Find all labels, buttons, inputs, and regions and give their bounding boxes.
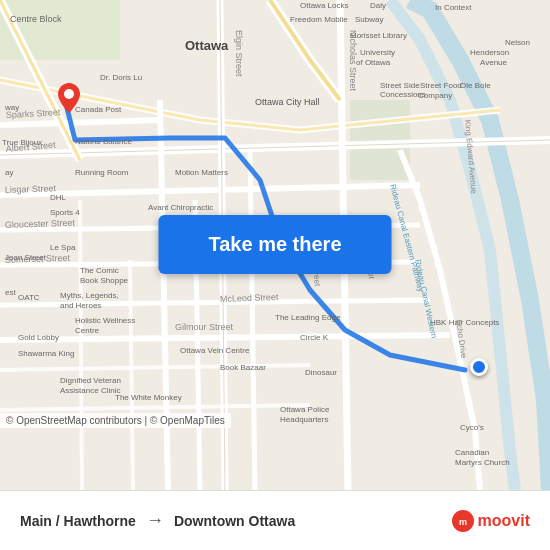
- svg-text:Ottawa Police: Ottawa Police: [280, 405, 330, 414]
- svg-text:Book Bazaar: Book Bazaar: [220, 363, 266, 372]
- route-to-label: Downtown Ottawa: [174, 513, 295, 529]
- svg-text:University: University: [360, 48, 395, 57]
- svg-text:Dr. Doris Lu: Dr. Doris Lu: [100, 73, 142, 82]
- svg-text:Book Shoppe: Book Shoppe: [80, 276, 129, 285]
- svg-text:and Heroes: and Heroes: [60, 301, 101, 310]
- svg-point-74: [64, 89, 74, 99]
- origin-marker: [58, 83, 80, 113]
- svg-text:Lisgar Street: Lisgar Street: [5, 183, 57, 195]
- map-attribution: © OpenStreetMap contributors | © OpenMap…: [0, 413, 231, 428]
- svg-text:Myths, Legends,: Myths, Legends,: [60, 291, 119, 300]
- svg-rect-1: [350, 100, 410, 180]
- map-container: Ottawa Centre Block Canada Post Running …: [0, 0, 550, 490]
- svg-text:Sports 4: Sports 4: [50, 208, 80, 217]
- svg-text:Nelson: Nelson: [505, 38, 530, 47]
- svg-text:Ottawa Vein Centre: Ottawa Vein Centre: [180, 346, 250, 355]
- moovit-logo: m moovit: [452, 510, 530, 532]
- svg-text:DHL: DHL: [50, 193, 67, 202]
- svg-text:Elgin Street: Elgin Street: [234, 30, 244, 77]
- destination-marker: [470, 358, 488, 376]
- bottom-bar: Main / Hawthorne → Downtown Ottawa m moo…: [0, 490, 550, 550]
- svg-text:Ottawa: Ottawa: [185, 38, 229, 53]
- svg-text:The Leading Edge: The Leading Edge: [275, 313, 341, 322]
- svg-text:Holistic Wellness: Holistic Wellness: [75, 316, 135, 325]
- route-info: Main / Hawthorne → Downtown Ottawa: [20, 510, 452, 531]
- svg-text:Gold Lobby: Gold Lobby: [18, 333, 59, 342]
- svg-text:Ottawa Locks: Ottawa Locks: [300, 1, 348, 10]
- svg-text:Jean Street: Jean Street: [5, 253, 47, 262]
- svg-text:Motion Matters: Motion Matters: [175, 168, 228, 177]
- svg-text:of Ottawa: of Ottawa: [356, 58, 391, 67]
- svg-text:est: est: [5, 288, 16, 297]
- svg-text:Avenue: Avenue: [480, 58, 508, 67]
- svg-text:Street Side: Street Side: [380, 81, 420, 90]
- take-me-there-button[interactable]: Take me there: [158, 215, 391, 274]
- svg-text:Ole Bole: Ole Bole: [460, 81, 491, 90]
- svg-text:OATC: OATC: [18, 293, 40, 302]
- svg-text:Ottawa City Hall: Ottawa City Hall: [255, 97, 320, 107]
- svg-text:Centre Block: Centre Block: [10, 14, 62, 24]
- svg-text:Natural Balance: Natural Balance: [75, 137, 132, 146]
- svg-text:Street Food: Street Food: [420, 81, 462, 90]
- svg-text:Martyrs Church: Martyrs Church: [455, 458, 510, 467]
- svg-text:Gilmour Street: Gilmour Street: [175, 322, 234, 332]
- svg-text:m: m: [459, 517, 467, 527]
- svg-text:Dinosaur: Dinosaur: [305, 368, 337, 377]
- svg-text:Cyco's: Cyco's: [460, 423, 484, 432]
- svg-text:way: way: [4, 103, 19, 112]
- svg-text:The Comic: The Comic: [80, 266, 119, 275]
- svg-text:Freedom Mobile: Freedom Mobile: [290, 15, 348, 24]
- svg-text:Shawarma King: Shawarma King: [18, 349, 74, 358]
- svg-text:The White Monkey: The White Monkey: [115, 393, 182, 402]
- svg-text:Daly: Daly: [370, 1, 386, 10]
- svg-text:McLeod Street: McLeod Street: [220, 292, 279, 304]
- svg-text:Subway: Subway: [355, 15, 383, 24]
- svg-text:Dignified Veteran: Dignified Veteran: [60, 376, 121, 385]
- svg-text:Headquarters: Headquarters: [280, 415, 328, 424]
- svg-text:Avant Chiropractic: Avant Chiropractic: [148, 203, 213, 212]
- svg-text:Company: Company: [418, 91, 452, 100]
- svg-text:Centre: Centre: [75, 326, 100, 335]
- svg-text:Assistance Clinic: Assistance Clinic: [60, 386, 120, 395]
- svg-text:Nicholas Street: Nicholas Street: [348, 30, 358, 92]
- svg-text:Canadian: Canadian: [455, 448, 489, 457]
- svg-text:Running Room: Running Room: [75, 168, 129, 177]
- svg-text:Canada Post: Canada Post: [75, 105, 122, 114]
- svg-text:Henderson: Henderson: [470, 48, 509, 57]
- route-arrow-icon: →: [146, 510, 164, 531]
- svg-text:Circle K: Circle K: [300, 333, 329, 342]
- route-from-label: Main / Hawthorne: [20, 513, 136, 529]
- moovit-icon: m: [452, 510, 474, 532]
- moovit-text: moovit: [478, 512, 530, 530]
- svg-text:In Context: In Context: [435, 3, 472, 12]
- svg-text:Le Spa: Le Spa: [50, 243, 76, 252]
- svg-text:ay: ay: [5, 168, 13, 177]
